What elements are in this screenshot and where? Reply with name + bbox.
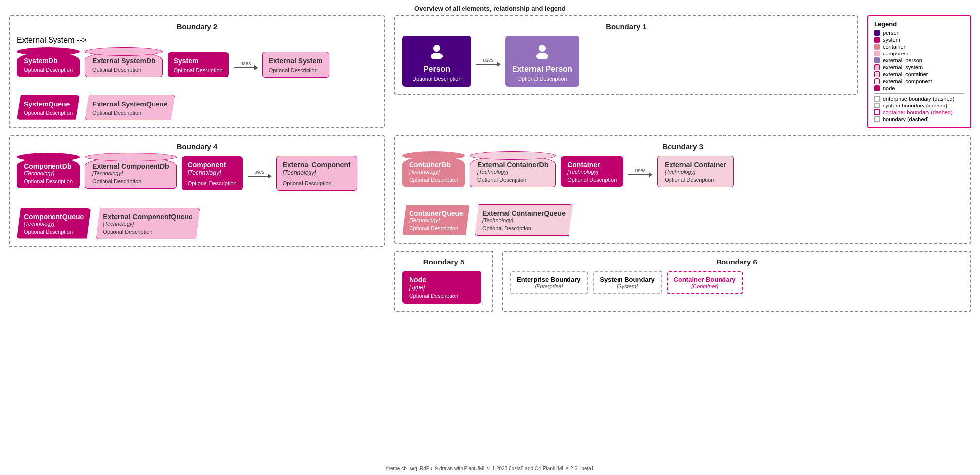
external-person-card: External Person Optional Description <box>505 36 579 87</box>
boundary-5-title: Boundary 5 <box>402 258 485 266</box>
person-card: Person Optional Description <box>402 36 471 87</box>
legend-item-component: component <box>874 51 964 56</box>
container-card: Container [Technology] Optional Descript… <box>561 156 623 187</box>
boundary-1-row: Person Optional Description uses <box>402 36 850 87</box>
boundary-6-row: Enterprise Boundary [Enterprise] System … <box>510 271 963 294</box>
boundary-3-title: Boundary 3 <box>402 142 963 151</box>
node-card: Node [Type] Optional Description <box>402 271 481 304</box>
boundary-1: Boundary 1 Person Optional Description <box>394 15 858 95</box>
ext-person-icon <box>534 44 550 63</box>
legend-item-external-container: external_container <box>874 71 964 77</box>
legend-title: Legend <box>874 20 964 28</box>
system-boundary: System Boundary [System] <box>593 271 662 294</box>
legend-item-external-component: external_component <box>874 78 964 84</box>
boundary-5: Boundary 5 Node [Type] Optional Descript… <box>394 251 493 312</box>
legend-item-container-boundary: container boundary (dashed) <box>874 109 964 115</box>
legend-item-container: container <box>874 44 964 50</box>
page-title: Overview of all elements, relationship a… <box>0 0 980 15</box>
external-system-card: External System Optional Description <box>262 52 329 78</box>
systemqueue-card: SystemQueue Optional Description <box>17 95 80 120</box>
external-container-card: External Container [Technology] Optional… <box>657 156 733 187</box>
boundary-3-row-2: ContainerQueue [Technology] Optional Des… <box>402 204 963 236</box>
componentqueue-card: ComponentQueue [Technology] Optional Des… <box>17 208 91 239</box>
arrow-uses-3: uses <box>628 168 652 175</box>
legend-item-system: system <box>874 37 964 43</box>
system-card: System Optional Description <box>168 52 229 77</box>
legend-item-node: node <box>874 85 964 91</box>
arrow-uses-person: uses <box>476 57 500 65</box>
external-componentqueue-card: External ComponentQueue [Technology] Opt… <box>96 208 200 239</box>
legend-item-person: person <box>874 30 964 36</box>
boundary-2-row-2: SystemQueue Optional Description Externa… <box>17 95 377 120</box>
svg-point-1 <box>431 53 443 59</box>
containerdb-card: ContainerDb [Technology] Optional Descri… <box>402 156 465 187</box>
containerqueue-card: ContainerQueue [Technology] Optional Des… <box>402 205 470 235</box>
external-systemqueue-card: External SystemQueue Optional Descriptio… <box>85 95 175 120</box>
legend-item-system-boundary: system boundary (dashed) <box>874 103 964 108</box>
external-systemdb-card: External SystemDb Optional Description <box>85 52 163 77</box>
legend-item-external-system: external_system <box>874 64 964 70</box>
boundary-2-row-1: SystemDb Optional Description External S… <box>17 52 377 78</box>
boundary-3: Boundary 3 ContainerDb [Technology] Opti… <box>394 135 971 244</box>
boundary-2-title: Boundary 2 <box>17 22 377 31</box>
legend-item-boundary: boundary (dashed) <box>874 116 964 122</box>
container-boundary: Container Boundary [Container] <box>667 271 743 294</box>
boundary-4-row-2: ComponentQueue [Technology] Optional Des… <box>17 208 377 239</box>
footer: theme cb_seq_RdPu_9 drawn with PlantUML … <box>0 466 980 471</box>
boundary-4: Boundary 4 ComponentDb [Technology] Opti… <box>9 135 385 247</box>
boundary-1-title: Boundary 1 <box>402 22 850 31</box>
boundary-6: Boundary 6 Enterprise Boundary [Enterpri… <box>502 251 971 312</box>
external-componentdb-card: External ComponentDb [Technology] Option… <box>85 157 177 189</box>
enterprise-boundary: Enterprise Boundary [Enterprise] <box>510 271 588 294</box>
component-card: Component [Technology] Optional Descript… <box>182 156 243 190</box>
arrow-uses-1: uses <box>234 61 258 68</box>
boundary-4-row-1: ComponentDb [Technology] Optional Descri… <box>17 156 377 191</box>
svg-point-2 <box>539 45 546 52</box>
legend-item-external-person: external_person <box>874 57 964 63</box>
external-containerqueue-card: External ContainerQueue [Technology] Opt… <box>475 204 573 236</box>
legend-item-enterprise-boundary: enterprise boundary (dashed) <box>874 96 964 102</box>
boundary-2: Boundary 2 External System --> SystemDb … <box>9 15 385 128</box>
boundary-3-row-1: ContainerDb [Technology] Optional Descri… <box>402 156 963 187</box>
external-component-card: External Component [Technology] Optional… <box>276 156 357 191</box>
legend-box: Legend person system container component <box>867 15 971 128</box>
external-containerdb-card: External ContainerDb [Technology] Option… <box>470 156 556 187</box>
person-icon <box>429 44 445 63</box>
svg-point-3 <box>536 53 548 59</box>
boundary-4-title: Boundary 4 <box>17 142 377 151</box>
arrow-uses-4: uses <box>248 169 271 177</box>
svg-point-0 <box>433 45 440 52</box>
boundary-6-title: Boundary 6 <box>510 258 963 266</box>
componentdb-card: ComponentDb [Technology] Optional Descri… <box>17 158 80 188</box>
systemdb-card: SystemDb Optional Description <box>17 52 80 77</box>
